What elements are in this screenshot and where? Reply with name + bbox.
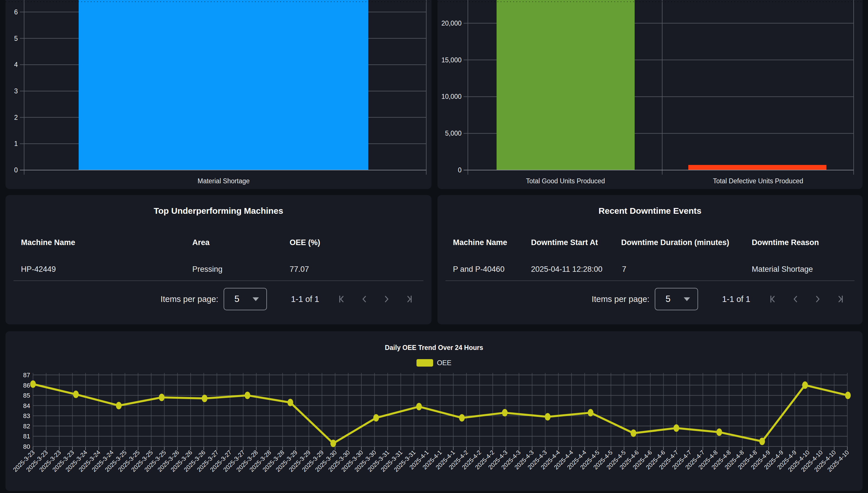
previous-page-button[interactable] [790, 294, 801, 304]
column-header-oee: OEE (%) [290, 238, 320, 247]
svg-text:15,000: 15,000 [441, 56, 461, 64]
units-produced-bar-chart: 05,00010,00015,00020,000Total Good Units… [437, 0, 863, 189]
svg-text:84: 84 [23, 402, 30, 409]
svg-text:20,000: 20,000 [441, 20, 461, 27]
page-size-select[interactable]: 5 [224, 288, 267, 310]
column-header-machine-name: Machine Name [453, 238, 507, 247]
svg-text:10,000: 10,000 [441, 93, 461, 100]
chevron-right-icon [812, 294, 823, 304]
table-divider [446, 280, 854, 281]
svg-text:0: 0 [14, 166, 18, 174]
page-range-label: 1-1 of 1 [291, 295, 319, 304]
oee-trend-line-chart: 2025-3-232025-3-232025-3-232025-3-232025… [5, 331, 863, 491]
svg-text:4: 4 [14, 61, 18, 68]
next-page-button[interactable] [812, 294, 823, 304]
downtime-reason-chart-card: 0123456Material Shortage [5, 0, 431, 189]
svg-text:87: 87 [23, 371, 30, 379]
page-size-value: 5 [666, 294, 670, 304]
svg-text:83: 83 [23, 412, 30, 420]
svg-text:80: 80 [23, 443, 30, 450]
cell-area: Pressing [192, 265, 223, 274]
page-size-select[interactable]: 5 [655, 288, 698, 310]
page-title: Recent Downtime Events [437, 206, 863, 216]
chevron-left-icon [790, 294, 801, 304]
downtime-by-reason-bar-chart: 0123456Material Shortage [5, 0, 431, 189]
svg-text:85: 85 [23, 392, 30, 399]
column-header-downtime-reason: Downtime Reason [752, 238, 819, 247]
first-page-icon [336, 294, 347, 304]
column-header-machine-name: Machine Name [21, 238, 75, 247]
top-underperforming-machines-card: Top Underperforming Machines Machine Nam… [5, 195, 431, 324]
svg-text:0: 0 [458, 166, 461, 174]
recent-downtime-events-card: Recent Downtime Events Machine Name Down… [437, 195, 863, 324]
page-size-value: 5 [234, 294, 239, 304]
svg-text:Total Good Units Produced: Total Good Units Produced [526, 177, 605, 185]
underperforming-paginator: Items per page: 5 1-1 of 1 [160, 288, 414, 310]
first-page-icon [768, 294, 778, 304]
table-divider [14, 280, 424, 281]
page-range-label: 1-1 of 1 [722, 295, 750, 304]
chevron-down-icon [684, 297, 690, 301]
next-page-button[interactable] [381, 294, 392, 304]
svg-text:81: 81 [23, 433, 30, 440]
svg-text:Material Shortage: Material Shortage [198, 177, 250, 185]
svg-text:6: 6 [14, 8, 18, 16]
column-header-downtime-start: Downtime Start At [531, 238, 598, 247]
cell-machine-name: HP-42449 [21, 265, 56, 274]
svg-text:5: 5 [14, 35, 18, 42]
last-page-icon [835, 294, 846, 304]
last-page-icon [404, 294, 414, 304]
cell-downtime-start: 2025-04-11 12:28:00 [531, 265, 602, 274]
page-title: Top Underperforming Machines [5, 206, 431, 216]
svg-text:2: 2 [14, 114, 18, 121]
last-page-button[interactable] [404, 294, 414, 304]
svg-text:86: 86 [23, 382, 30, 389]
chevron-down-icon [253, 297, 259, 301]
last-page-button[interactable] [835, 294, 846, 304]
daily-oee-trend-card: Daily OEE Trend Over 24 Hours OEE 2025-3… [5, 331, 863, 491]
svg-text:1: 1 [14, 140, 18, 147]
chevron-left-icon [359, 294, 370, 304]
first-page-button[interactable] [336, 294, 347, 304]
cell-downtime-reason: Material Shortage [752, 265, 813, 274]
downtime-paginator: Items per page: 5 1-1 of 1 [592, 288, 846, 310]
column-header-area: Area [192, 238, 209, 247]
items-per-page-label: Items per page: [160, 295, 219, 304]
first-page-button[interactable] [768, 294, 778, 304]
units-produced-chart-card: 05,00010,00015,00020,000Total Good Units… [437, 0, 863, 189]
svg-text:82: 82 [23, 423, 30, 430]
svg-text:Total Defective Units Produced: Total Defective Units Produced [713, 177, 803, 185]
column-header-downtime-duration: Downtime Duration (minutes) [621, 238, 729, 247]
chevron-right-icon [381, 294, 392, 304]
svg-text:5,000: 5,000 [445, 130, 461, 137]
items-per-page-label: Items per page: [592, 295, 649, 304]
svg-text:3: 3 [14, 87, 18, 95]
cell-oee: 77.07 [290, 265, 309, 274]
previous-page-button[interactable] [359, 294, 370, 304]
cell-machine-name: P and P-40460 [453, 265, 505, 274]
cell-downtime-duration: 7 [622, 265, 626, 274]
